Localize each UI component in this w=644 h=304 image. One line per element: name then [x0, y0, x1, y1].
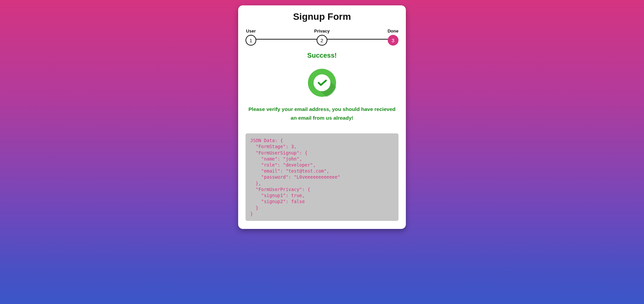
step-circle: 1	[246, 35, 256, 46]
step-done[interactable]: Done 3	[387, 27, 398, 46]
success-heading: Success!	[246, 52, 398, 59]
step-privacy[interactable]: Privacy 2	[314, 27, 330, 46]
step-label: Privacy	[314, 28, 330, 34]
step-circle: 2	[317, 35, 327, 46]
progress-stepper: User 1 Privacy 2 Done 3	[246, 27, 398, 46]
page-title: Signup Form	[246, 11, 398, 22]
stepper-row: User 1 Privacy 2 Done 3	[246, 27, 398, 46]
json-data-dump: JSON Data: { "FormStage": 3, "FormUserSi…	[246, 133, 398, 221]
success-message: Please verify your email address, you sh…	[248, 105, 396, 122]
signup-card: Signup Form User 1 Privacy 2 Done 3 Succ…	[238, 5, 406, 229]
svg-point-1	[314, 74, 330, 91]
step-label: Done	[387, 28, 398, 34]
completed-panel: Success! Please verify your email addres…	[246, 52, 398, 122]
step-label: User	[246, 28, 256, 34]
success-check-icon	[308, 69, 336, 97]
step-circle: 3	[388, 35, 398, 46]
step-user[interactable]: User 1	[246, 27, 256, 46]
